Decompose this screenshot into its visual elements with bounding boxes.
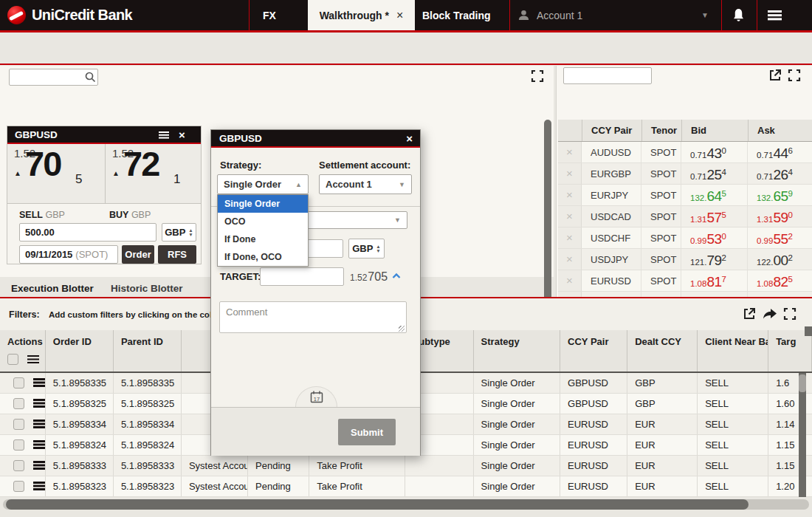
ask-price-cell[interactable]: 132.659	[748, 185, 812, 205]
tab-execution-blotter[interactable]: Execution Blotter	[11, 283, 94, 294]
fullscreen-icon[interactable]	[788, 69, 801, 82]
calendar-icon: 17	[310, 391, 323, 403]
strategy-select[interactable]: Single Order ▲	[217, 174, 309, 194]
dialog-titlebar[interactable]: GBPUSD ×	[211, 130, 420, 148]
column-dealt-ccy[interactable]: Dealt CCY	[627, 330, 698, 372]
actions-cell	[0, 373, 46, 393]
row-menu-icon[interactable]	[33, 378, 45, 386]
spinner-icon[interactable]: ▲▼	[376, 244, 380, 253]
bid-price-cell[interactable]: 0.71430	[681, 142, 748, 162]
main-menu-icon[interactable]	[768, 10, 782, 24]
parent-id-cell: 5.1.8958325	[114, 394, 182, 414]
column-strategy[interactable]: Strategy	[474, 330, 560, 372]
close-icon[interactable]: ×	[396, 9, 403, 22]
close-icon[interactable]: ×	[406, 132, 413, 145]
remove-row-icon[interactable]: ×	[558, 227, 582, 248]
scrollbar-thumb[interactable]	[6, 499, 749, 510]
column-parent-id[interactable]: Parent ID	[114, 330, 182, 372]
bid-price-cell[interactable]: 0.71254	[681, 163, 748, 184]
tab-fx[interactable]: FX	[263, 10, 276, 21]
notifications-bell-icon[interactable]	[732, 7, 746, 26]
fullscreen-icon[interactable]	[783, 307, 796, 321]
pair-search-input[interactable]	[563, 67, 652, 84]
column-bid[interactable]: Bid	[681, 120, 748, 141]
ask-price-cell[interactable]: 1.31590	[748, 206, 812, 227]
tab-walkthrough[interactable]: Walkthrough * ×	[308, 0, 415, 30]
remove-row-icon[interactable]: ×	[558, 206, 582, 227]
bid-price-cell[interactable]: 1.31575	[681, 206, 748, 227]
strategy-option[interactable]: Single Order	[218, 195, 308, 213]
tab-historic-blotter[interactable]: Historic Blotter	[111, 283, 183, 294]
spinner-icon[interactable]: ▲▼	[188, 228, 193, 237]
tab-block-trading[interactable]: Block Trading	[422, 10, 491, 21]
widget-menu-icon[interactable]	[159, 131, 169, 139]
column-ccy-pair[interactable]: CCY Pair	[560, 330, 627, 372]
target-rate-field[interactable]	[260, 267, 344, 286]
popout-icon[interactable]	[768, 69, 782, 82]
column-actions[interactable]: Actions	[0, 330, 46, 372]
close-icon[interactable]: ×	[179, 129, 185, 141]
account-selector[interactable]: Account 1	[537, 10, 582, 21]
currency-selector[interactable]: GBP ▲▼	[162, 223, 196, 242]
row-checkbox[interactable]	[13, 439, 24, 451]
bid-price-cell[interactable]: 132.645	[681, 185, 748, 205]
row-menu-icon[interactable]	[33, 420, 45, 428]
resize-handle[interactable]	[399, 326, 405, 332]
row-menu-icon[interactable]	[33, 440, 45, 448]
actions-menu-icon[interactable]	[27, 355, 39, 364]
amount-field[interactable]: 500.00	[19, 223, 156, 242]
rfs-button[interactable]: RFS	[158, 245, 196, 264]
remove-row-icon[interactable]: ×	[558, 142, 582, 162]
bid-price-cell[interactable]: 0.99530	[681, 227, 748, 248]
comment-field[interactable]	[219, 301, 407, 333]
order-button[interactable]: Order	[122, 245, 154, 264]
buy-price-tile[interactable]: 1.52 ▲ 72 1	[105, 144, 202, 204]
strategy-options: Single OrderOCOIf DoneIf Done, OCO	[217, 194, 309, 267]
row-menu-icon[interactable]	[33, 399, 45, 407]
column-order-id[interactable]: Order ID	[46, 330, 114, 372]
select-all-checkbox[interactable]	[7, 354, 18, 365]
share-icon[interactable]	[763, 307, 776, 321]
ask-price-cell[interactable]: 0.71264	[748, 163, 812, 184]
column-ask[interactable]: Ask	[748, 120, 812, 141]
popout-icon[interactable]	[743, 307, 756, 321]
ask-price-cell[interactable]: 122.002	[748, 249, 812, 270]
value-date-field[interactable]: 09/11/2015(SPOT)	[19, 245, 118, 264]
row-checkbox[interactable]	[13, 377, 24, 388]
market-price[interactable]: 1.52705	[350, 270, 401, 284]
row-checkbox[interactable]	[13, 481, 24, 492]
row-menu-icon[interactable]	[33, 482, 45, 490]
vertical-scrollbar[interactable]	[544, 120, 551, 303]
column-client-near-base[interactable]: Client Near Bas	[698, 330, 768, 372]
remove-row-icon[interactable]: ×	[558, 185, 582, 205]
fullscreen-icon[interactable]	[531, 69, 544, 83]
ask-price-cell[interactable]: 0.99552	[748, 227, 812, 248]
subtype-cell	[405, 476, 474, 496]
scrollbar-thumb[interactable]	[799, 374, 806, 392]
remove-row-icon[interactable]: ×	[558, 163, 582, 184]
row-checkbox[interactable]	[13, 419, 24, 430]
g10-row: ×EURJPYSPOT132.645132.659	[558, 185, 812, 206]
sell-price-tile[interactable]: 1.52 ▲ 70 5	[7, 144, 104, 204]
column-tenor[interactable]: Tenor	[641, 120, 681, 141]
row-checkbox[interactable]	[13, 398, 24, 409]
column-target[interactable]: Targ	[768, 330, 812, 372]
settlement-select[interactable]: Account 1 ▼	[319, 174, 412, 194]
column-ccy-pair[interactable]: CCY Pair	[582, 120, 641, 141]
strategy-option[interactable]: OCO	[218, 213, 308, 230]
calendar-tab[interactable]: 17	[295, 386, 337, 407]
strategy-option[interactable]: If Done	[218, 230, 308, 248]
ask-price-cell[interactable]: 0.71446	[748, 142, 812, 162]
vertical-scrollbar[interactable]	[799, 373, 806, 497]
g10-row: ×EURGBPSPOT0.712540.71264	[558, 163, 812, 185]
row-checkbox[interactable]	[13, 460, 24, 471]
strategy-option[interactable]: If Done, OCO	[218, 248, 308, 266]
chevron-down-icon[interactable]: ▼	[701, 11, 709, 19]
horizontal-scrollbar[interactable]	[3, 499, 809, 510]
bid-price-cell[interactable]: 121.792	[681, 249, 748, 270]
submit-button[interactable]: Submit	[338, 419, 396, 445]
remove-row-icon[interactable]: ×	[558, 249, 582, 270]
remove-column-header	[558, 120, 582, 141]
row-menu-icon[interactable]	[33, 461, 45, 469]
currency-selector[interactable]: GBP ▲▼	[348, 239, 385, 258]
